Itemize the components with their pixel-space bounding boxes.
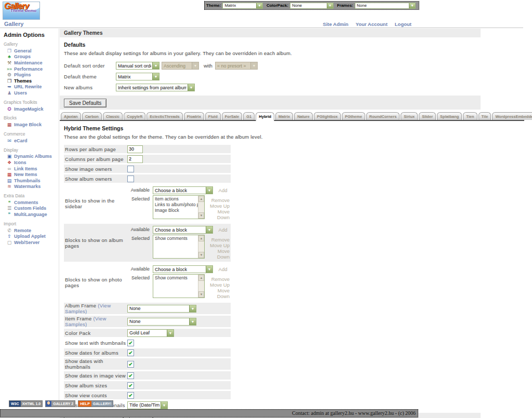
sidebar-item-users[interactable]: ♟Users (4, 90, 59, 96)
sidebar-item-web-server[interactable]: ▢Web/Server (4, 239, 59, 246)
blocks-to-show-on-album-pages-available-select[interactable]: Choose a block (153, 226, 213, 234)
sidebar-item-multilanguage[interactable]: ❞MultiLanguage (4, 211, 59, 218)
tab-tien[interactable]: Tien (463, 112, 477, 120)
scroll-down-icon[interactable]: ▼ (198, 212, 204, 219)
sidebar-item-url-rewrite[interactable]: ➥URL Rewrite (4, 84, 59, 90)
listbox-scrollbar[interactable]: ▲▼ (198, 275, 204, 298)
mouseover-on-thumbnails-select[interactable]: Title (Date/Time) (127, 401, 168, 409)
move-down-link[interactable]: Move Down (205, 248, 230, 260)
listbox-option[interactable]: Links to album/photo peers (155, 202, 198, 208)
default-theme-select[interactable]: Matrix (116, 73, 159, 80)
album-frame-select[interactable]: None (127, 305, 196, 313)
view-samples-link[interactable]: (View Samples) (65, 303, 111, 314)
tab-slider[interactable]: Slider (419, 112, 436, 120)
sidebar-item-thumbnails[interactable]: ▤Thumbnails (4, 178, 59, 184)
tab-classic[interactable]: Classic (103, 112, 123, 120)
listbox-option[interactable]: Image Block (155, 208, 198, 213)
help-gallery-badge[interactable]: HELP GALLERY! (78, 400, 113, 407)
move-down-link[interactable]: Move Down (205, 288, 230, 299)
blocks-to-show-on-photo-pages-available-select[interactable]: Choose a block (153, 265, 213, 273)
blocks-to-show-on-photo-pages-selected-list[interactable]: Show comments▲▼ (153, 274, 205, 298)
sidebar-item-themes[interactable]: ❒Themes (4, 78, 59, 84)
tab-carbon[interactable]: Carbon (82, 112, 102, 120)
remove-link[interactable]: Remove (205, 197, 230, 203)
frames-select[interactable]: None (355, 3, 416, 9)
move-up-link[interactable]: Move Up (205, 203, 230, 209)
tab-pglightbox[interactable]: PGlightbox (314, 112, 341, 120)
color-pack-select[interactable]: Gold Leaf (127, 329, 174, 337)
blocks-to-show-in-the-sidebar-available-select[interactable]: Choose a block (153, 186, 213, 194)
sidebar-item-general[interactable]: ❐General (4, 48, 59, 54)
item-frame-select[interactable]: None (127, 318, 196, 326)
columns-per-album-page-input[interactable] (127, 155, 143, 163)
scroll-up-icon[interactable]: ▲ (198, 196, 204, 202)
add-link[interactable]: Add (215, 186, 231, 193)
move-up-link[interactable]: Move Up (205, 282, 230, 288)
move-up-link[interactable]: Move Up (205, 242, 230, 248)
sidebar-item-maintenance[interactable]: ⚒Maintenance (4, 60, 59, 66)
listbox-scrollbar[interactable]: ▲▼ (198, 196, 204, 219)
show-view-counts-checkbox[interactable] (127, 392, 134, 399)
gallery2-badge[interactable]: GALLERY 2 (45, 400, 75, 407)
blocks-to-show-in-the-sidebar-selected-list[interactable]: Item actionsLinks to album/photo peersIm… (153, 195, 205, 219)
sidebar-item-plugins[interactable]: ⚙Plugins (4, 72, 59, 78)
add-link[interactable]: Add (215, 265, 231, 272)
tab-roundcorners[interactable]: RoundCorners (366, 112, 400, 120)
tab-hybrid[interactable]: Hybrid (256, 112, 274, 121)
add-link[interactable]: Add (215, 226, 231, 233)
show-dates-for-albums-checkbox[interactable] (127, 349, 134, 356)
rows-per-album-page-input[interactable] (127, 145, 143, 153)
listbox-scrollbar[interactable]: ▲▼ (198, 235, 204, 258)
sidebar-item-watermarks[interactable]: ≋Watermarks (4, 184, 59, 190)
blocks-to-show-on-album-pages-selected-list[interactable]: Show comments▲▼ (153, 235, 205, 259)
show-album-sizes-checkbox[interactable] (127, 382, 134, 389)
tab-siriux[interactable]: Siriux (401, 112, 418, 120)
scroll-down-icon[interactable]: ▼ (198, 291, 204, 298)
sidebar-item-icons[interactable]: ❖Icons (4, 159, 59, 166)
sidebar-item-groups[interactable]: ♣Groups (4, 54, 59, 60)
tab-floatrix[interactable]: Floatrix (184, 112, 204, 120)
view-samples-link[interactable]: (View Samples) (65, 316, 107, 327)
sidebar-item-ecard[interactable]: ✉eCard (4, 138, 59, 144)
show-image-owners-checkbox[interactable] (127, 166, 134, 172)
sidebar-item-custom-fields[interactable]: ☰Custom Fields (4, 206, 59, 212)
sidebar-item-remote[interactable]: ✆Remote (4, 227, 59, 234)
link-site-admin[interactable]: Site Admin (323, 21, 348, 27)
sidebar-item-performance[interactable]: »»Performance (4, 66, 59, 72)
colorpack-select[interactable]: None (290, 3, 333, 9)
new-albums-select[interactable]: Inherit settings from parent album (116, 84, 195, 91)
default-sort-order-select[interactable]: Manual sort order (116, 62, 159, 70)
tab-wordpressembedded[interactable]: WordpressEmbedded (492, 112, 532, 120)
save-defaults-button[interactable]: Save Defaults (64, 99, 107, 107)
sidebar-item-comments[interactable]: ❝Comments (4, 199, 59, 206)
tab-copyleft[interactable]: Copyleft (124, 112, 145, 120)
tab-nature[interactable]: Nature (294, 112, 313, 120)
show-dates-with-thumbnails-checkbox[interactable] (127, 361, 134, 368)
scroll-up-icon[interactable]: ▲ (198, 235, 204, 241)
sidebar-item-link-items[interactable]: ∞Link Items (4, 166, 59, 172)
tab-tile[interactable]: Tile (478, 112, 491, 120)
sidebar-item-new-items[interactable]: ▦New Items (4, 171, 59, 178)
sidebar-item-upload-applet[interactable]: ⇧Upload Applet (4, 233, 59, 239)
sidebar-item-dynamic-albums[interactable]: ▣Dynamic Albums (4, 154, 59, 160)
sidebar-item-image-block[interactable]: ▦Image Block (4, 122, 59, 128)
show-album-owners-checkbox[interactable] (127, 176, 134, 182)
w3c-xhtml-badge[interactable]: W3C XHTML 1.0 (9, 400, 43, 407)
show-text-with-thumbnails-checkbox[interactable] (127, 340, 134, 346)
theme-select[interactable]: Matrix (222, 3, 263, 9)
remove-link[interactable]: Remove (205, 237, 230, 242)
tab-g1[interactable]: G1 (243, 112, 255, 120)
tab-ajaxian[interactable]: Ajaxian (61, 112, 81, 120)
scroll-down-icon[interactable]: ▼ (198, 252, 204, 258)
remove-link[interactable]: Remove (205, 276, 230, 282)
tab-pgtheme[interactable]: PGtheme (342, 112, 365, 120)
scroll-up-icon[interactable]: ▲ (198, 275, 204, 281)
listbox-option[interactable]: Show comments (155, 236, 198, 241)
listbox-option[interactable]: Item actions (155, 196, 198, 202)
tab-forsale[interactable]: ForSale (222, 112, 243, 120)
show-dates-in-image-view-checkbox[interactable] (127, 372, 134, 379)
tab-fluid[interactable]: Fluid (205, 112, 221, 120)
move-down-link[interactable]: Move Down (205, 209, 230, 220)
link-your-account[interactable]: Your Account (356, 21, 388, 27)
tab-splatbang[interactable]: Splatbang (437, 112, 462, 120)
